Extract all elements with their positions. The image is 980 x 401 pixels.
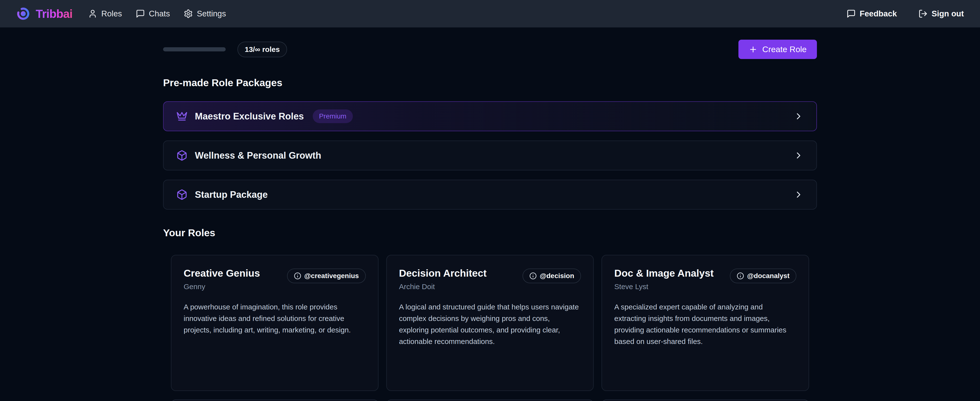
- nav-item-roles[interactable]: Roles: [88, 9, 122, 18]
- info-icon: [529, 272, 537, 280]
- role-title: Doc & Image Analyst: [614, 268, 713, 279]
- package-row-startup[interactable]: Startup Package: [163, 180, 817, 209]
- role-handle: @docanalyst: [747, 272, 789, 280]
- role-cards-grid-next-row: [171, 399, 809, 401]
- role-subtitle: Genny: [184, 283, 260, 291]
- package-list: Maestro Exclusive Roles Premium Wellness…: [163, 101, 817, 209]
- sign-out-button[interactable]: Sign out: [918, 9, 964, 18]
- nav-item-settings[interactable]: Settings: [184, 9, 226, 18]
- nav-label: Roles: [101, 9, 122, 18]
- role-card-partial[interactable]: [601, 399, 809, 401]
- package-title: Maestro Exclusive Roles: [195, 111, 304, 122]
- nav-label: Sign out: [932, 9, 964, 18]
- package-title: Wellness & Personal Growth: [195, 150, 321, 161]
- brand-name: Tribbai: [36, 7, 72, 21]
- role-title: Creative Genius: [184, 268, 260, 279]
- chevron-right-icon: [794, 150, 804, 161]
- package-icon: [176, 189, 188, 200]
- role-handle-badge[interactable]: @creativegenius: [287, 268, 366, 283]
- role-card-doc-image-analyst[interactable]: Doc & Image Analyst Steve Lyst @docanaly…: [601, 255, 809, 391]
- role-title: Decision Architect: [399, 268, 487, 279]
- nav-item-chats[interactable]: Chats: [136, 9, 170, 18]
- create-role-button[interactable]: Create Role: [738, 40, 817, 59]
- package-title: Startup Package: [195, 190, 268, 200]
- chevron-right-icon: [794, 111, 804, 121]
- nav-right: Feedback Sign out: [846, 9, 964, 18]
- role-card-creative-genius[interactable]: Creative Genius Genny @creativegenius A …: [171, 255, 379, 391]
- brand[interactable]: Tribbai: [16, 6, 72, 21]
- message-icon: [136, 9, 145, 18]
- info-icon: [737, 272, 744, 280]
- roles-progress-bar: [163, 47, 226, 51]
- plus-icon: [749, 45, 757, 54]
- role-subtitle: Steve Lyst: [614, 283, 713, 291]
- nav-label: Chats: [149, 9, 170, 18]
- gear-icon: [184, 9, 193, 18]
- feedback-button[interactable]: Feedback: [846, 9, 897, 18]
- roles-toolbar: 13/∞ roles Create Role: [163, 40, 817, 59]
- role-card-partial[interactable]: [171, 399, 379, 401]
- role-handle: @decision: [539, 272, 574, 280]
- nav-label: Feedback: [860, 9, 897, 18]
- role-description: A powerhouse of imagination, this role p…: [184, 301, 366, 335]
- package-row-maestro[interactable]: Maestro Exclusive Roles Premium: [163, 101, 817, 131]
- package-row-wellness[interactable]: Wellness & Personal Growth: [163, 141, 817, 170]
- user-icon: [88, 9, 97, 18]
- premade-packages-heading: Pre-made Role Packages: [163, 77, 817, 89]
- package-icon: [176, 150, 188, 161]
- create-role-label: Create Role: [762, 45, 807, 54]
- info-icon: [294, 272, 301, 280]
- tribbai-logo-icon: [16, 6, 30, 21]
- message-icon: [846, 9, 856, 18]
- role-handle-badge[interactable]: @docanalyst: [730, 268, 796, 283]
- role-handle: @creativegenius: [304, 272, 359, 280]
- roles-count-badge: 13/∞ roles: [237, 42, 287, 57]
- role-description: A logical and structured guide that help…: [399, 301, 581, 347]
- role-cards-grid: Creative Genius Genny @creativegenius A …: [171, 255, 809, 391]
- role-handle-badge[interactable]: @decision: [522, 268, 581, 283]
- nav-label: Settings: [197, 9, 226, 18]
- role-subtitle: Archie Doit: [399, 283, 487, 291]
- main-content: 13/∞ roles Create Role Pre-made Role Pac…: [163, 27, 817, 401]
- role-description: A specialized expert capable of analyzin…: [614, 301, 796, 347]
- role-card-decision-architect[interactable]: Decision Architect Archie Doit @decision…: [386, 255, 594, 391]
- top-navbar: Tribbai Roles Chats Settings Fe: [0, 0, 980, 27]
- primary-nav: Roles Chats Settings: [88, 9, 226, 18]
- crown-icon: [176, 111, 188, 122]
- logout-icon: [918, 9, 928, 18]
- premium-badge: Premium: [313, 109, 353, 123]
- your-roles-heading: Your Roles: [163, 227, 817, 239]
- role-card-partial[interactable]: [386, 399, 594, 401]
- chevron-right-icon: [794, 190, 804, 200]
